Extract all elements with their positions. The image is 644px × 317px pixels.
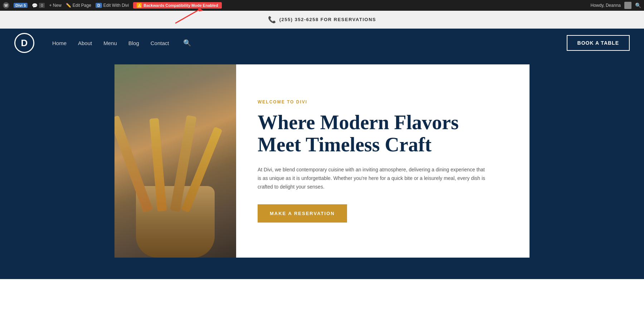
nav-link-home[interactable]: Home (52, 40, 67, 46)
divi-d-badge: D (96, 3, 102, 8)
divi-item[interactable]: Divi 5 (14, 3, 28, 8)
nav-link-about[interactable]: About (78, 40, 92, 46)
new-item[interactable]: + New (49, 3, 61, 8)
nav-links: Home About Menu Blog Contact 🔍 (52, 39, 191, 47)
howdy-text: Howdy, Deanna (591, 3, 621, 8)
hero-image-column (114, 64, 236, 258)
top-bar: 📞 (255) 352-6258 FOR RESERVATIONS (0, 11, 644, 29)
book-table-button[interactable]: BOOK A TABLE (567, 35, 630, 51)
edit-icon: ✏️ (66, 3, 71, 8)
hero-title-line1: Where Modern Flavors (258, 111, 459, 133)
edit-page-label: Edit Page (73, 3, 91, 8)
reservation-button[interactable]: MAKE A RESERVATION (258, 204, 347, 223)
nav-link-blog[interactable]: Blog (128, 40, 139, 46)
phone-text: (255) 352-6258 FOR RESERVATIONS (279, 17, 376, 22)
warning-icon: ⚠ (137, 3, 142, 8)
nav-search-icon[interactable]: 🔍 (183, 39, 191, 47)
comment-count: 0 (39, 3, 45, 8)
hero-food-image (114, 64, 236, 258)
nav-bar: D Home About Menu Blog Contact 🔍 BOOK A … (0, 29, 644, 57)
edit-page-item[interactable]: ✏️ Edit Page (66, 3, 91, 8)
wordpress-icon: W (3, 2, 9, 9)
nav-link-contact[interactable]: Contact (151, 40, 169, 46)
comments-item[interactable]: 💬 0 (32, 3, 45, 8)
admin-bar: W Divi 5 💬 0 + New ✏️ Edit Page D Edit W… (0, 0, 644, 11)
compat-mode-button[interactable]: ⚠ Backwards Compatibility Mode Enabled (133, 2, 221, 9)
edit-with-divi-item[interactable]: D Edit With Divi (96, 3, 129, 8)
user-avatar (624, 2, 631, 9)
welcome-label: WELCOME TO DIVI (258, 99, 508, 104)
hero-section: WELCOME TO DIVI Where Modern Flavors Mee… (0, 57, 644, 279)
hero-title: Where Modern Flavors Meet Timeless Craft (258, 112, 508, 156)
divi-badge: Divi 5 (14, 3, 28, 8)
comment-icon: 💬 (32, 3, 38, 8)
hero-description: At Divi, we blend contemporary cuisine w… (258, 166, 487, 191)
nav-logo[interactable]: D (14, 33, 34, 53)
wp-icon-item[interactable]: W (3, 2, 9, 9)
phone-icon: 📞 (268, 16, 276, 24)
admin-search-icon[interactable]: 🔍 (635, 3, 641, 8)
compat-label: Backwards Compatibility Mode Enabled (143, 3, 218, 8)
edit-with-divi-label: Edit With Divi (103, 3, 129, 8)
hero-title-line2: Meet Timeless Craft (258, 133, 431, 156)
admin-bar-right: Howdy, Deanna 🔍 (591, 2, 641, 9)
hero-content-column: WELCOME TO DIVI Where Modern Flavors Mee… (236, 64, 530, 258)
nav-right: BOOK A TABLE (567, 35, 630, 51)
breadstick-container (114, 64, 236, 258)
new-label: + New (49, 3, 61, 8)
nav-link-menu[interactable]: Menu (103, 40, 117, 46)
hero-inner: WELCOME TO DIVI Where Modern Flavors Mee… (114, 64, 530, 258)
breadstick-1 (114, 115, 153, 213)
